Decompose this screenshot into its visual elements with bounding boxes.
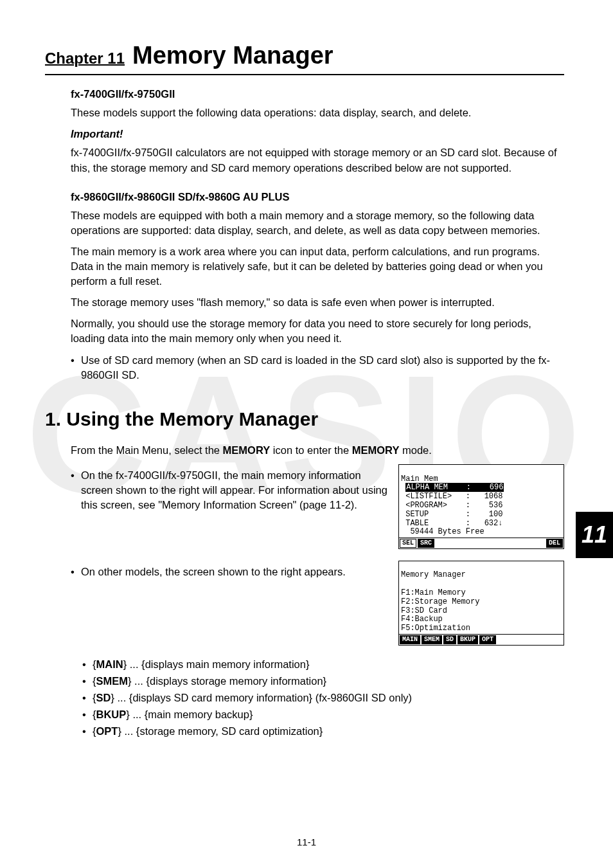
menu-desc: ... {displays storage memory information… — [132, 675, 327, 687]
s2-l6: F5:Optimization — [401, 624, 470, 633]
s1-r5a: TABLE — [401, 519, 429, 528]
row-screen2: • On other models, the screen shown to t… — [71, 561, 564, 646]
s2-l1: Memory Manager — [401, 570, 466, 579]
intro-mid: icon to enter the — [270, 444, 352, 456]
section-heading: 1. Using the Memory Manager — [45, 406, 564, 433]
s1-selected-row: ALPHA MEM : 696 — [405, 483, 504, 492]
s2-l5: F4:Backup — [401, 615, 443, 624]
s1-r4b: 100 — [489, 510, 503, 519]
menu-item: • {SD} ... {displays SD card memory info… — [82, 691, 564, 705]
menu-list: • {MAIN} ... {displays main memory infor… — [82, 657, 564, 739]
menu-text: {SMEM} ... {displays storage memory info… — [93, 674, 564, 689]
s2-key-smem: SMEM — [422, 635, 442, 644]
intro-mem2: MEMORY — [352, 444, 400, 456]
spacer — [436, 539, 545, 548]
model-b-p3: The storage memory uses "flash memory," … — [71, 295, 564, 310]
s1-r4a: SETUP — [401, 510, 429, 519]
important-text: fx-7400GII/fx-9750GII calculators are no… — [71, 145, 564, 175]
intro-pre: From the Main Menu, select the — [71, 444, 223, 456]
bullet-icon: • — [82, 707, 93, 722]
chapter-header: Chapter 11 Memory Manager — [45, 39, 564, 75]
bullet-icon: • — [82, 674, 93, 689]
chapter-label: Chapter 11 — [45, 48, 125, 69]
menu-key: MAIN — [96, 658, 123, 670]
s2-l3: F2:Storage Memory — [401, 597, 479, 606]
s2-key-bkup: BKUP — [458, 635, 478, 644]
menu-key: BKUP — [96, 709, 127, 720]
s1-r2a: <LISTFILE> — [401, 492, 452, 501]
content: fx-7400GII/fx-9750GII These models suppo… — [45, 87, 564, 739]
menu-item: • {OPT} ... {storage memory, SD card opt… — [82, 724, 564, 739]
bullet-icon: • — [82, 724, 93, 739]
s1-sel-val: 696 — [490, 483, 504, 492]
bullet-screen1-text: On the fx-7400GII/fx-9750GII, the main m… — [81, 468, 389, 512]
menu-item: • {MAIN} ... {displays main memory infor… — [82, 657, 564, 672]
s1-key-sel: SEL — [400, 539, 416, 548]
s1-key-src: SRC — [418, 539, 434, 548]
menu-desc: ... {main memory backup} — [130, 709, 253, 720]
menu-item: • {SMEM} ... {displays storage memory in… — [82, 674, 564, 689]
bullet-screen1: • On the fx-7400GII/fx-9750GII, the main… — [71, 468, 389, 512]
menu-text: {MAIN} ... {displays main memory informa… — [93, 657, 564, 672]
bullet-screen2: • On other models, the screen shown to t… — [71, 565, 389, 579]
menu-key: OPT — [96, 725, 118, 737]
bullet-icon: • — [71, 353, 81, 383]
section2-intro: From the Main Menu, select the MEMORY ic… — [71, 443, 564, 458]
model-a-p1: These models support the following data … — [71, 105, 564, 120]
model-b-p2: The main memory is a work area where you… — [71, 244, 564, 289]
page: Chapter 11 Memory Manager fx-7400GII/fx-… — [0, 0, 613, 868]
s1-key-del: DEL — [546, 539, 563, 548]
s1-r3a: <PROGRAM> — [401, 501, 447, 510]
model-b-bullet-text: Use of SD card memory (when an SD card i… — [81, 353, 564, 383]
s1-l1: Main Mem — [401, 475, 438, 484]
bullet-icon: • — [71, 565, 81, 579]
menu-desc: ... {storage memory, SD card optimizatio… — [121, 725, 323, 737]
intro-post: mode. — [399, 444, 431, 456]
row-screen1: • On the fx-7400GII/fx-9750GII, the main… — [71, 464, 564, 549]
bullet-icon: • — [82, 657, 93, 672]
intro-mem1: MEMORY — [223, 444, 271, 456]
s1-r3b: 536 — [489, 501, 503, 510]
s1-r2b: 1068 — [484, 492, 503, 501]
menu-key: SD — [96, 692, 111, 703]
menu-desc: ... {displays SD card memory information… — [114, 692, 412, 703]
s2-softkeys: MAINSMEMSDBKUPOPT — [399, 634, 564, 645]
s2-key-sd: SD — [443, 635, 456, 644]
bullet-icon: • — [71, 468, 81, 512]
model-b-p1: These models are equipped with both a ma… — [71, 208, 564, 238]
model-b-bullet: • Use of SD card memory (when an SD card… — [71, 353, 564, 383]
s2-key-main: MAIN — [400, 635, 420, 644]
page-number: 11-1 — [0, 835, 613, 849]
bullet-icon: • — [82, 691, 93, 705]
s1-softkeys: SELSRCDEL — [399, 538, 564, 548]
calc-screen-mainmem: Main Mem ALPHA MEM : 696 <LISTFILE> : 10… — [398, 464, 564, 549]
s2-l2: F1:Main Memory — [401, 588, 466, 597]
menu-text: {BKUP} ... {main memory backup} — [93, 707, 564, 722]
calc-screen-manager: Memory Manager F1:Main Memory F2:Storage… — [398, 561, 564, 646]
chapter-title: Memory Manager — [132, 39, 333, 73]
s1-sel-label: ALPHA MEM — [406, 483, 448, 492]
s1-free: 59444 Bytes Free — [401, 527, 484, 536]
s1-r5b: 632↓ — [484, 519, 503, 528]
menu-item: • {BKUP} ... {main memory backup} — [82, 707, 564, 722]
menu-text: {OPT} ... {storage memory, SD card optim… — [93, 724, 564, 739]
model-b-p4: Normally, you should use the storage mem… — [71, 316, 564, 346]
bullet-screen2-text: On other models, the screen shown to the… — [81, 565, 389, 579]
menu-text: {SD} ... {displays SD card memory inform… — [93, 691, 564, 705]
model-b-heading: fx-9860GII/fx-9860GII SD/fx-9860G AU PLU… — [71, 190, 564, 204]
important-label: Important! — [71, 127, 564, 141]
model-a-heading: fx-7400GII/fx-9750GII — [71, 87, 564, 102]
s2-l4: F3:SD Card — [401, 606, 447, 615]
chapter-tab: 11 — [576, 512, 613, 558]
menu-desc: ... {displays main memory information} — [127, 658, 309, 670]
menu-key: SMEM — [96, 675, 129, 687]
s2-key-opt: OPT — [479, 635, 496, 644]
